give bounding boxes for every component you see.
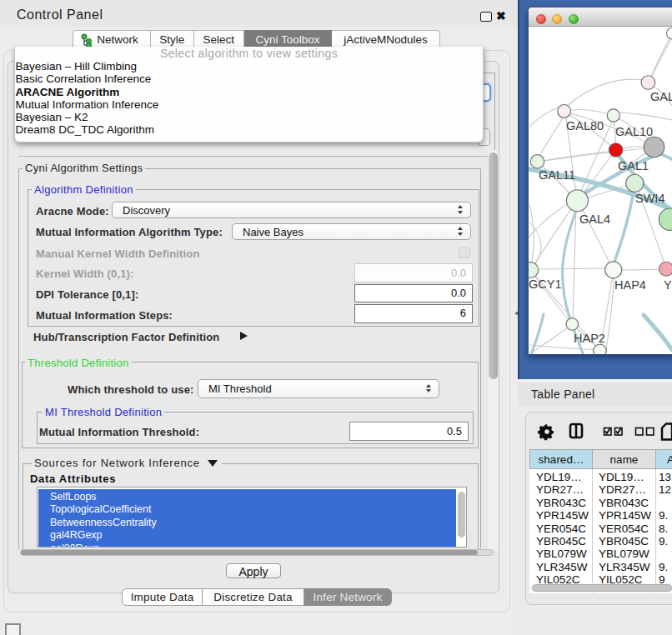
svg-text:Y: Y <box>664 278 672 292</box>
svg-text:GCY1: GCY1 <box>529 278 562 291</box>
svg-text:GAL11: GAL11 <box>539 168 575 182</box>
svg-text:GAL7: GAL7 <box>650 90 672 103</box>
svg-text:GAL1: GAL1 <box>618 159 649 172</box>
svg-text:GAL10: GAL10 <box>615 125 653 138</box>
svg-text:HAP2: HAP2 <box>574 332 605 345</box>
svg-text:GAL4: GAL4 <box>579 212 610 226</box>
svg-text:GAL80: GAL80 <box>566 119 604 132</box>
svg-text:HAP4: HAP4 <box>614 278 646 292</box>
svg-text:SWI4: SWI4 <box>635 192 664 205</box>
